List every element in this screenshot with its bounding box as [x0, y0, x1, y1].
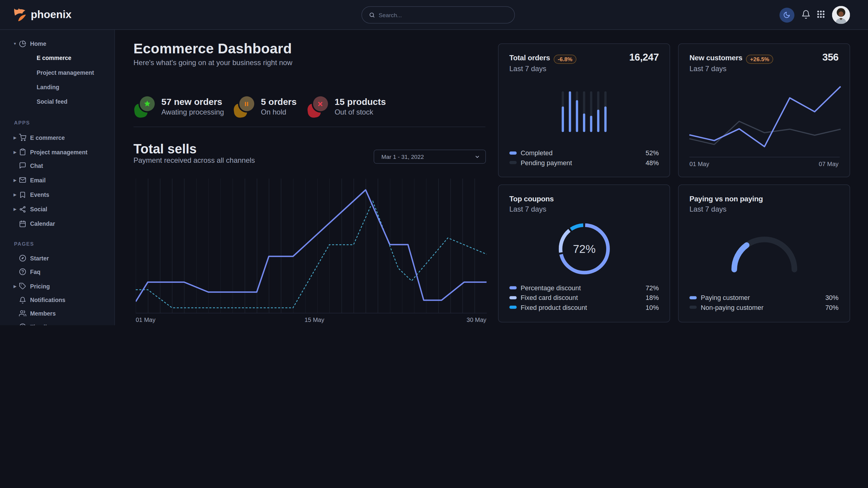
- svg-text:72%: 72%: [573, 243, 596, 256]
